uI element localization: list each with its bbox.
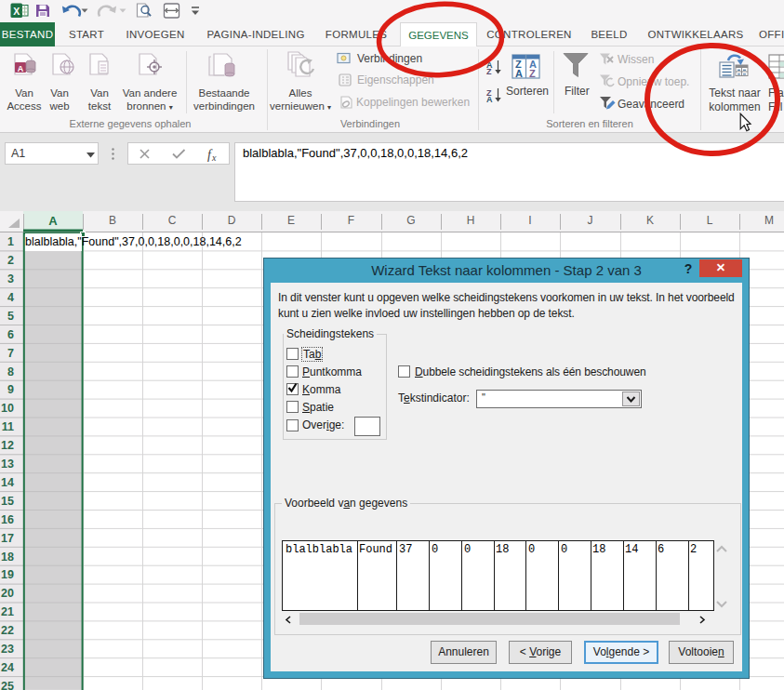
svg-text:A: A [486,95,493,104]
svg-text:Z: Z [529,68,536,79]
svg-text:X: X [13,6,20,17]
svg-text:A: A [18,64,24,73]
svg-text:Z: Z [486,67,492,76]
svg-text:A: A [515,68,523,79]
svg-text:x: x [211,153,217,163]
